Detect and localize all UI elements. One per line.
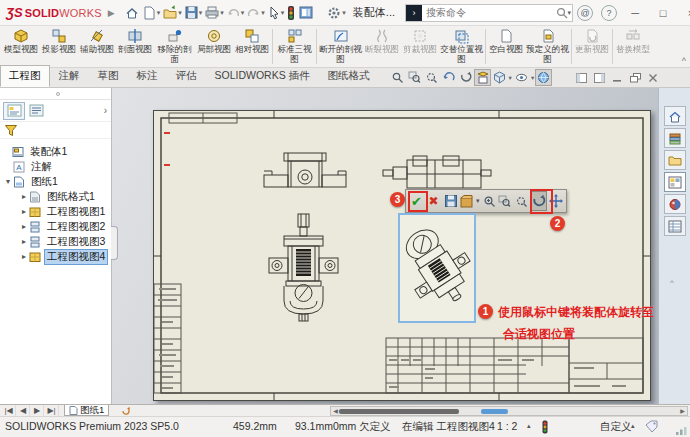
tab-solidworks-addins[interactable]: SOLIDWORKS 插件: [206, 65, 319, 87]
rotated-view-preview-box[interactable]: [398, 213, 476, 323]
doc-close-icon[interactable]: [644, 70, 662, 85]
ribbon-button-section-view[interactable]: 剖面视图: [116, 26, 154, 67]
zoom-to-fit-button[interactable]: [496, 191, 513, 211]
undo-button[interactable]: [226, 3, 241, 23]
close-button[interactable]: ×: [678, 3, 690, 23]
tab-sketch[interactable]: 草图: [89, 65, 128, 87]
menu-expand-chevron[interactable]: ▶: [108, 8, 115, 18]
display-mode-label[interactable]: 自定义: [600, 420, 632, 434]
sw-resources-home-icon[interactable]: [664, 106, 686, 126]
tree-row-drawing-view1[interactable]: ▸工程图视图1: [0, 204, 111, 219]
view-settings-globe-icon[interactable]: [535, 69, 552, 86]
ok-check-button[interactable]: ✔: [408, 191, 425, 211]
help-icon[interactable]: ?: [601, 5, 617, 21]
pan-view-button[interactable]: [547, 191, 564, 211]
expander-open-icon[interactable]: ▾: [3, 177, 13, 186]
new-file-button[interactable]: [142, 3, 157, 23]
maximize-button[interactable]: □: [650, 3, 676, 23]
scale-dropdown-caret[interactable]: ▴: [527, 422, 531, 430]
expander-closed-icon[interactable]: ▸: [19, 252, 29, 261]
sheet-nav-last[interactable]: ▶|: [45, 405, 59, 416]
ribbon-button-projected-view[interactable]: 投影视图: [40, 26, 78, 67]
3d-drawing-view-icon[interactable]: [474, 69, 491, 86]
ribbon-button-predefined-view[interactable]: 预定义的视图: [525, 26, 570, 67]
open-file-button[interactable]: [162, 3, 178, 23]
redo-button[interactable]: [246, 3, 261, 23]
select-caret[interactable]: ▾: [281, 9, 285, 17]
ribbon-button-crop-view[interactable]: 剪裁视图: [401, 26, 439, 67]
custom-properties-icon[interactable]: [664, 216, 686, 236]
open-file-caret[interactable]: ▾: [178, 9, 182, 17]
ribbon-button-model-view[interactable]: 模型视图: [2, 26, 40, 67]
named-view-button[interactable]: [459, 191, 476, 211]
tree-row-sheet-format1[interactable]: ▸图纸格式1: [0, 189, 111, 204]
ribbon-button-auxiliary-view[interactable]: 辅助视图: [78, 26, 116, 67]
sheet-tab-sheet1[interactable]: 图纸1: [64, 405, 109, 416]
previous-view-icon[interactable]: [440, 69, 457, 86]
tab-sheet-format[interactable]: 图纸格式: [319, 65, 379, 87]
dock-left-icon[interactable]: [572, 70, 590, 85]
tab-dimension[interactable]: 标注: [128, 65, 167, 87]
user-account-icon[interactable]: @: [577, 5, 593, 21]
search-scope-icon[interactable]: ›: [406, 5, 422, 21]
panel-expand-chevron[interactable]: ›: [104, 105, 107, 116]
minimize-button[interactable]: ─: [622, 3, 648, 23]
search-icon[interactable]: [555, 6, 569, 20]
tab-drawing[interactable]: 工程图: [0, 65, 50, 87]
save-caret[interactable]: ▾: [199, 9, 203, 17]
ribbon-button-standard-3-view[interactable]: 标准三视图: [274, 26, 315, 67]
ribbon-button-empty-view[interactable]: 空白视图: [487, 26, 525, 67]
new-file-caret[interactable]: ▾: [157, 9, 161, 17]
task-pane-collapse-chevron[interactable]: ^: [670, 278, 674, 287]
ribbon-button-relative-view[interactable]: 相对视图: [233, 26, 271, 67]
select-tool-button[interactable]: [267, 3, 281, 23]
tab-evaluate[interactable]: 评估: [167, 65, 206, 87]
home-button[interactable]: [124, 3, 140, 23]
save-button[interactable]: [184, 3, 199, 23]
zoom-to-area-button[interactable]: [513, 191, 530, 211]
sheet-scale-label[interactable]: 1 : 2: [497, 420, 517, 432]
search-input[interactable]: [422, 7, 554, 18]
tag-icon[interactable]: [645, 420, 659, 433]
add-sheet-button[interactable]: [118, 405, 134, 416]
tree-row-sheet1[interactable]: ▾图纸1: [0, 174, 111, 189]
expander-closed-icon[interactable]: ▸: [19, 237, 29, 246]
undo-caret[interactable]: ▾: [241, 9, 245, 17]
display-style-icon[interactable]: [491, 69, 508, 86]
horizontal-scrollbar[interactable]: ◀ ▶: [330, 406, 688, 416]
print-caret[interactable]: ▾: [220, 9, 224, 17]
redo-caret[interactable]: ▾: [261, 9, 265, 17]
search-caret[interactable]: ▾: [568, 9, 572, 17]
tree-row-drawing-view4-selected[interactable]: ▸工程图视图4: [0, 249, 111, 264]
tab-annotation[interactable]: 注解: [50, 65, 89, 87]
cancel-x-button[interactable]: ✖: [425, 191, 442, 211]
rebuild-traffic-light-button[interactable]: [286, 3, 296, 23]
doc-restore-icon[interactable]: [626, 70, 644, 85]
ribbon-button-update-view[interactable]: 更新视图: [573, 26, 611, 67]
property-manager-tab[interactable]: [25, 102, 47, 120]
ribbon-button-replace-model[interactable]: 替换模型: [614, 26, 652, 67]
expander-closed-icon[interactable]: ▸: [19, 192, 29, 201]
expander-closed-icon[interactable]: ▸: [19, 222, 29, 231]
feature-tree-tab[interactable]: [3, 102, 25, 120]
tree-row-annotations[interactable]: A注解: [0, 159, 111, 174]
doc-minimize-icon[interactable]: [608, 70, 626, 85]
print-button[interactable]: [204, 3, 220, 23]
file-explorer-icon[interactable]: [664, 150, 686, 170]
save-view-button[interactable]: [442, 191, 459, 211]
tree-row-assembly-root[interactable]: 装配体1: [0, 144, 111, 159]
ribbon-button-broken-out-section[interactable]: 断开的剖视图: [318, 26, 363, 67]
filter-funnel-icon[interactable]: [4, 124, 18, 137]
dock-right-icon[interactable]: [590, 70, 608, 85]
tree-row-drawing-view3[interactable]: ▸工程图视图3: [0, 234, 111, 249]
appearances-scenes-icon[interactable]: [664, 194, 686, 214]
tree-row-drawing-view2[interactable]: ▸工程图视图2: [0, 219, 111, 234]
expander-closed-icon[interactable]: ▸: [19, 207, 29, 216]
ribbon-button-detail-view[interactable]: 局部视图: [195, 26, 233, 67]
ribbon-button-alternate-position[interactable]: 交替位置视图: [439, 26, 484, 67]
display-style-caret[interactable]: ▾: [509, 74, 512, 82]
scroll-right-arrow[interactable]: ▶: [678, 407, 687, 414]
zoom-to-selection-icon[interactable]: [423, 69, 440, 86]
sheet-nav-next[interactable]: ▶: [31, 405, 44, 416]
options-gear-button[interactable]: [326, 3, 342, 23]
